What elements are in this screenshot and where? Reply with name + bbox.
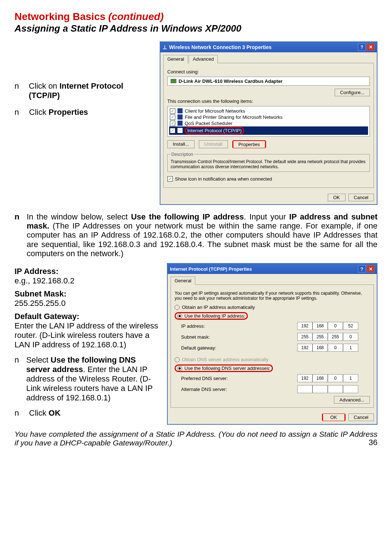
preferred-dns-input[interactable]: 19216801 <box>297 374 370 382</box>
sm-l: Subnet mask: <box>181 334 297 340</box>
radio-auto-ip-label: Obtain an IP address automatically <box>182 304 255 310</box>
radio-manual-dns-label: Use the following DNS server addresses: <box>184 366 270 371</box>
ip-address-value: e.g., 192.168.0.2 <box>15 276 160 286</box>
ok-button[interactable]: OK <box>328 194 346 201</box>
properties-button[interactable]: Properties <box>233 141 265 148</box>
properties-highlight: Properties <box>232 140 266 148</box>
cancel-button[interactable]: Cancel <box>348 194 374 201</box>
list-item[interactable]: ✓QoS Packet Scheduler <box>169 120 368 126</box>
gateway-input[interactable]: 19216801 <box>297 344 370 352</box>
manual-dns-highlight: Use the following DNS server addresses: <box>175 364 273 372</box>
dialog-titlebar: Internet Protocol (TCP/IP) Properties ? … <box>168 264 377 274</box>
connection-properties-dialog: ⊥ Wireless Network Connection 3 Properti… <box>160 41 377 205</box>
tcpip-highlight: Internet Protocol (TCP/IP) <box>185 127 244 134</box>
checkbox-icon[interactable]: ✓ <box>170 121 175 126</box>
radio-auto-dns <box>175 357 180 362</box>
page-subtitle: Assigning a Static IP Address in Windows… <box>15 23 377 34</box>
bullet-icon: n <box>15 81 21 100</box>
subnet-mask-value: 255.255.255.0 <box>15 299 160 308</box>
radio-auto-ip[interactable] <box>175 305 180 310</box>
service-icon <box>177 114 183 120</box>
description-label: Description <box>171 152 194 157</box>
page-title: Networking Basics (continued) <box>15 11 377 23</box>
cancel-button[interactable]: Cancel <box>348 413 374 421</box>
bullet-icon: n <box>15 108 22 117</box>
network-icon: ⊥ <box>163 44 167 50</box>
dialog-titlebar: ⊥ Wireless Network Connection 3 Properti… <box>160 42 377 52</box>
tab-advanced[interactable]: Advanced <box>189 55 218 63</box>
description-text: Transmission Control Protocol/Internet P… <box>171 159 366 169</box>
items-label: This connection uses the following items… <box>167 98 370 104</box>
pdns-l: Preferred DNS server: <box>181 376 297 381</box>
uninstall-button: Uninstall <box>199 140 228 148</box>
mid-paragraph: In the window below, select Use the foll… <box>26 212 377 258</box>
dialog-title: Wireless Network Connection 3 Properties <box>169 44 271 50</box>
gw-l: Default gateway: <box>181 345 297 351</box>
close-button[interactable]: ✕ <box>367 265 375 273</box>
checkbox-icon[interactable]: ✓ <box>170 128 175 133</box>
top-instructions: n Click on Internet Protocol (TCP/IP) n … <box>15 41 152 124</box>
checkbox-icon[interactable]: ✓ <box>170 108 175 114</box>
dialog-title: Internet Protocol (TCP/IP) Properties <box>170 266 252 272</box>
default-gateway-label: Default Gateway: <box>15 312 160 321</box>
help-button[interactable]: ? <box>358 265 366 273</box>
radio-manual-dns[interactable] <box>177 366 182 371</box>
show-icon-checkbox[interactable]: ✓ <box>167 176 173 182</box>
ip-address-label: IP Address: <box>15 267 160 276</box>
field-descriptions: IP Address: e.g., 192.168.0.2 Subnet Mas… <box>15 263 160 418</box>
items-list[interactable]: ✓Client for Microsoft Networks ✓File and… <box>167 106 370 137</box>
client-icon <box>177 108 183 113</box>
protocol-icon <box>177 128 183 133</box>
tab-general[interactable]: General <box>163 55 188 63</box>
ok-button[interactable]: OK <box>323 414 344 421</box>
adapter-field: D-Link Air DWL-610 Wireless Cardbus Adap… <box>167 77 370 86</box>
radio-manual-ip-label: Use the following IP address: <box>184 313 245 319</box>
bullet-icon: n <box>15 212 19 258</box>
alternate-dns-input[interactable] <box>297 385 370 393</box>
service-icon <box>177 121 183 126</box>
subnet-mask-label: Subnet Mask: <box>15 289 160 299</box>
advanced-button[interactable]: Advanced... <box>334 396 370 404</box>
adapter-icon <box>171 79 176 83</box>
default-gateway-value: Enter the LAN IP address of the wireless… <box>15 321 160 350</box>
tab-general[interactable]: General <box>171 277 195 285</box>
description-group: Description Transmission Control Protoco… <box>167 152 370 172</box>
bullet-icon: n <box>15 408 22 418</box>
list-item-tcpip[interactable]: ✓Internet Protocol (TCP/IP) <box>169 126 368 135</box>
connect-using-label: Connect using: <box>167 69 370 74</box>
ip-l: IP address: <box>181 323 297 329</box>
subnet-input[interactable]: 2552552550 <box>297 333 370 341</box>
configure-button[interactable]: Configure... <box>335 89 370 96</box>
help-button[interactable]: ? <box>358 44 366 51</box>
list-item[interactable]: ✓Client for Microsoft Networks <box>169 108 368 114</box>
bullet-icon: n <box>15 355 19 403</box>
tcpip-properties-dialog: Internet Protocol (TCP/IP) Properties ? … <box>167 263 377 425</box>
manual-ip-highlight: Use the following IP address: <box>175 312 248 320</box>
intro-text: You can get IP settings assigned automat… <box>175 291 370 301</box>
radio-manual-ip[interactable] <box>177 314 182 319</box>
ip-input[interactable]: 192168052 <box>297 322 370 330</box>
install-button[interactable]: Install... <box>167 140 195 148</box>
show-icon-label: Show icon in notification area when conn… <box>175 176 272 182</box>
radio-auto-dns-label: Obtain DNS server address automatically <box>182 357 268 362</box>
list-item[interactable]: ✓File and Printer Sharing for Microsoft … <box>169 114 368 120</box>
checkbox-icon[interactable]: ✓ <box>170 114 175 120</box>
adns-l: Alternate DNS server: <box>181 387 297 392</box>
close-button[interactable]: ✕ <box>367 44 375 51</box>
ok-highlight: OK <box>322 413 346 421</box>
